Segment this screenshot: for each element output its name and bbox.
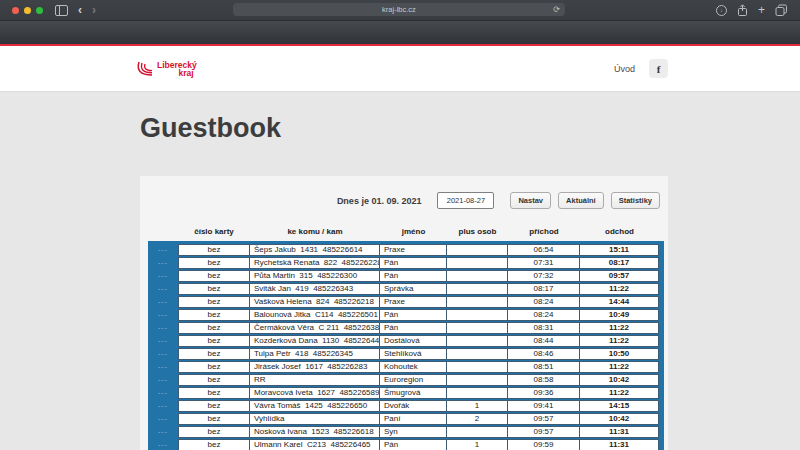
cell-to-whom: Vávra Tomáš 1425 485226650 <box>250 400 380 412</box>
table-row: --- bez Nosková Ivana 1523 485226618 Syn… <box>148 426 659 438</box>
cell-to-whom: Vyhlídka <box>250 413 380 425</box>
cell-name: Šmugrová <box>380 387 447 399</box>
row-handle[interactable]: --- <box>148 296 178 308</box>
reload-icon[interactable]: ⟳ <box>553 3 560 16</box>
cell-name: Dvořák <box>380 400 447 412</box>
guestbook-table-body: --- bez Šeps Jakub 1431 485226614 Praxe … <box>148 244 659 450</box>
logo-swoosh-icon <box>135 61 155 77</box>
row-handle[interactable]: --- <box>148 400 178 412</box>
cell-to-whom: Sviták Jan 419 485226343 <box>250 283 380 295</box>
cell-to-whom: Balounová Jitka C114 485226501 <box>250 309 380 321</box>
table-row: --- bez Šeps Jakub 1431 485226614 Praxe … <box>148 244 659 256</box>
row-handle[interactable]: --- <box>148 335 178 347</box>
row-handle[interactable]: --- <box>148 361 178 373</box>
header-name: jméno <box>380 225 447 241</box>
table-row: --- bez Vávra Tomáš 1425 485226650 Dvořá… <box>148 400 659 412</box>
row-handle[interactable]: --- <box>148 244 178 256</box>
cell-card-number: bez <box>178 348 250 360</box>
cell-plus-persons <box>447 322 508 334</box>
cell-name: Stehlíková <box>380 348 447 360</box>
cell-arrival: 07:32 <box>508 270 580 282</box>
facebook-icon[interactable]: f <box>649 59 668 78</box>
cell-plus-persons <box>447 374 508 386</box>
tab-overview-icon[interactable] <box>775 4 788 16</box>
zoom-window-button[interactable] <box>36 7 43 14</box>
close-window-button[interactable] <box>12 7 19 14</box>
address-bar[interactable]: kraj-lbc.cz ⟳ <box>233 3 565 16</box>
cell-departure: 09:57 <box>580 270 659 282</box>
cell-card-number: bez <box>178 257 250 269</box>
cell-plus-persons <box>447 296 508 308</box>
cell-arrival: 08:31 <box>508 322 580 334</box>
downloads-icon[interactable]: ↓ <box>716 5 727 16</box>
cell-departure: 11:31 <box>580 426 659 438</box>
row-handle[interactable]: --- <box>148 387 178 399</box>
cell-card-number: bez <box>178 322 250 334</box>
header-marker <box>148 225 178 241</box>
row-handle[interactable]: --- <box>148 270 178 282</box>
new-tab-icon[interactable]: + <box>758 0 765 20</box>
cell-to-whom: Rychetská Renata 822 485226228 <box>250 257 380 269</box>
cell-to-whom: Kozderková Dana 1130 485226443 <box>250 335 380 347</box>
guestbook-table: --- bez Šeps Jakub 1431 485226614 Praxe … <box>148 243 659 450</box>
row-handle[interactable]: --- <box>148 257 178 269</box>
cell-card-number: bez <box>178 244 250 256</box>
row-handle[interactable]: --- <box>148 309 178 321</box>
minimize-window-button[interactable] <box>24 7 31 14</box>
row-handle[interactable]: --- <box>148 439 178 450</box>
cell-arrival: 07:31 <box>508 257 580 269</box>
cell-card-number: bez <box>178 374 250 386</box>
window-controls <box>12 7 43 14</box>
table-row: --- bez RR Euroregion 08:58 10:42 <box>148 374 659 386</box>
nav-home-link[interactable]: Úvod <box>614 64 635 74</box>
logo-text: Liberecký kraj <box>157 61 197 77</box>
cell-arrival: 09:59 <box>508 439 580 450</box>
cell-arrival: 09:36 <box>508 387 580 399</box>
table-row: --- bez Vyhlídka Paní 2 09:57 10:42 <box>148 413 659 425</box>
nastav-button[interactable]: Nastav <box>510 192 551 209</box>
cell-name: Praxe <box>380 244 447 256</box>
cell-plus-persons <box>447 244 508 256</box>
liberecky-kraj-logo[interactable]: Liberecký kraj <box>135 61 197 77</box>
row-handle[interactable]: --- <box>148 374 178 386</box>
cell-plus-persons <box>447 283 508 295</box>
table-row: --- bez Půta Martin 315 485226300 Pán 07… <box>148 270 659 282</box>
table-row: --- bez Čermáková Věra C 211 485226381 P… <box>148 322 659 334</box>
row-handle[interactable]: --- <box>148 283 178 295</box>
cell-to-whom: Tulpa Petr 418 485226345 <box>250 348 380 360</box>
cell-departure: 11:31 <box>580 439 659 450</box>
forward-icon[interactable]: › <box>92 0 96 20</box>
row-handle[interactable]: --- <box>148 413 178 425</box>
cell-name: Pán <box>380 322 447 334</box>
row-handle[interactable]: --- <box>148 322 178 334</box>
cell-name: Praxe <box>380 296 447 308</box>
cell-name: Pán <box>380 270 447 282</box>
back-icon[interactable]: ‹ <box>78 0 82 20</box>
cell-card-number: bez <box>178 283 250 295</box>
statistiky-button[interactable]: Statistiky <box>611 192 660 209</box>
share-icon[interactable] <box>737 4 748 17</box>
aktualni-button[interactable]: Aktuální <box>558 192 604 209</box>
cell-departure: 10:42 <box>580 374 659 386</box>
cell-departure: 10:50 <box>580 348 659 360</box>
cell-card-number: bez <box>178 335 250 347</box>
cell-plus-persons: 2 <box>447 413 508 425</box>
cell-arrival: 08:44 <box>508 335 580 347</box>
date-input[interactable] <box>437 192 494 209</box>
row-handle[interactable]: --- <box>148 348 178 360</box>
cell-to-whom: Moravcová Iveta 1627 485226589 <box>250 387 380 399</box>
header-departure: odchod <box>580 225 659 241</box>
header-arrival: příchod <box>508 225 580 241</box>
table-row: --- bez Kozderková Dana 1130 485226443 D… <box>148 335 659 347</box>
today-label: Dnes je 01. 09. 2021 <box>337 196 422 206</box>
cell-to-whom: Jirásek Josef 1617 485226283 <box>250 361 380 373</box>
cell-arrival: 08:24 <box>508 296 580 308</box>
guestbook-table-frame: --- bez Šeps Jakub 1431 485226614 Praxe … <box>148 241 664 450</box>
cell-to-whom: Čermáková Věra C 211 485226381 <box>250 322 380 334</box>
cell-card-number: bez <box>178 361 250 373</box>
sidebar-icon[interactable] <box>55 5 68 16</box>
cell-departure: 14:15 <box>580 400 659 412</box>
browser-toolbar: ‹ › kraj-lbc.cz ⟳ ↓ + <box>0 0 800 21</box>
row-handle[interactable]: --- <box>148 426 178 438</box>
page-title: Guestbook <box>140 113 800 144</box>
